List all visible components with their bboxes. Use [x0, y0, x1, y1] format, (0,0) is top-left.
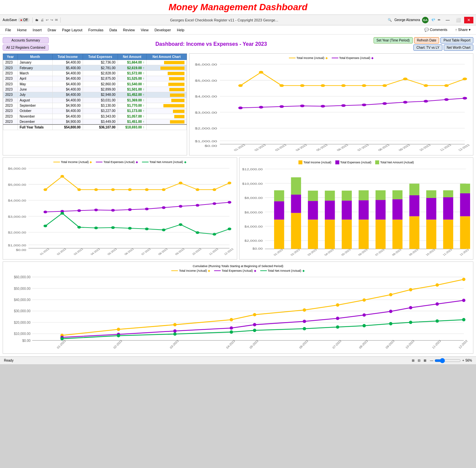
svg-text:$4,000.00: $4,000.00 — [244, 225, 262, 228]
file-title: Georges Excel Checkbook Register v11 - C… — [63, 18, 385, 22]
svg-rect-152 — [426, 220, 436, 249]
svg-point-84 — [196, 204, 199, 206]
svg-rect-155 — [443, 220, 453, 249]
menu-view[interactable]: View — [138, 27, 151, 33]
svg-point-85 — [212, 202, 216, 205]
svg-point-94 — [162, 229, 165, 231]
all-registers-button[interactable]: All 12 Registers Combined — [3, 44, 49, 51]
set-year-button[interactable]: Set Year (Time Period) — [374, 37, 413, 43]
print-icon[interactable]: 🖨 — [41, 18, 44, 22]
svg-text:$12,000.00: $12,000.00 — [242, 168, 263, 171]
close-button[interactable]: ✕ — [464, 17, 473, 23]
svg-point-214 — [230, 330, 233, 334]
svg-text:$5,000.00: $5,000.00 — [8, 183, 26, 186]
svg-point-65 — [77, 188, 81, 191]
pencil-icon[interactable]: ✏ — [438, 18, 440, 22]
svg-rect-153 — [426, 198, 436, 220]
grid-view-icon[interactable]: ⊞ — [411, 358, 415, 363]
svg-rect-141 — [358, 200, 369, 220]
zoom-level: 56% — [465, 359, 472, 362]
accounts-summary-button[interactable]: Accounts Summary — [3, 37, 49, 43]
svg-rect-129 — [291, 195, 301, 213]
svg-point-207 — [389, 310, 392, 313]
svg-point-72 — [196, 188, 199, 191]
menu-help[interactable]: Help — [174, 27, 187, 33]
chart3-svg: $12,000.00 $10,000.00 $8,000.00 $6,000.0… — [242, 166, 471, 252]
save-icon[interactable]: 🖿 — [35, 18, 39, 22]
zoom-slider[interactable] — [434, 358, 461, 363]
svg-text:10-2023: 10-2023 — [425, 248, 436, 256]
svg-text:$30,000.00: $30,000.00 — [14, 309, 31, 313]
svg-point-209 — [435, 302, 439, 306]
svg-point-25 — [238, 106, 243, 109]
window-controls[interactable]: — ⬜ ✕ — [443, 17, 473, 23]
minimize-button[interactable]: — — [443, 17, 452, 23]
menu-formulas[interactable]: Formulas — [86, 27, 106, 33]
chart3-legend: Total Income (Actual) Total Expenses (Ac… — [242, 160, 471, 164]
toolbar-sep-1 — [32, 17, 33, 23]
autosave-state: Off — [23, 18, 27, 22]
refresh-date-button[interactable]: Refresh Date — [414, 37, 439, 43]
svg-rect-140 — [358, 220, 369, 249]
svg-rect-133 — [308, 191, 318, 201]
col-expenses: Total Expenses — [83, 54, 118, 60]
net-worth-button[interactable]: Net Worth Chart — [444, 44, 473, 51]
svg-text:$2,000.00: $2,000.00 — [195, 127, 217, 130]
svg-point-70 — [162, 188, 165, 191]
menu-home[interactable]: Home — [14, 27, 29, 33]
undo-icon[interactable]: ↩ — [46, 18, 48, 22]
svg-point-198 — [462, 278, 465, 281]
zoom-plus-icon[interactable]: + — [462, 359, 464, 362]
status-ready: Ready — [4, 359, 14, 362]
autosave-toggle[interactable]: ● Off — [18, 18, 29, 22]
legend4-income: Total Income (Actual) ◆ — [171, 269, 210, 272]
share-button[interactable]: ↑ Share ▾ — [453, 27, 473, 33]
svg-point-21 — [403, 78, 408, 80]
svg-text:05-2023: 05-2023 — [315, 144, 328, 151]
chart-ty-ly-button[interactable]: Chart: TV vs LY — [413, 44, 442, 51]
svg-point-31 — [362, 103, 366, 106]
title-bar: Money Management Dashboard — [0, 0, 476, 15]
svg-text:$0.00: $0.00 — [16, 248, 26, 251]
bottom-chart-section: Cumulative (Running Totals Starting at B… — [3, 262, 473, 354]
zoom-minus-icon[interactable]: — — [430, 359, 433, 362]
svg-rect-146 — [392, 220, 403, 249]
svg-point-86 — [228, 201, 231, 204]
menu-page-layout[interactable]: Page Layout — [59, 27, 85, 33]
menu-data[interactable]: Data — [107, 27, 120, 33]
svg-point-220 — [409, 321, 412, 324]
legend3-net-label: Total Net Amount (Actual) — [380, 161, 414, 164]
page-break-icon[interactable]: ⊠ — [423, 358, 427, 363]
menu-review[interactable]: Review — [120, 27, 137, 33]
maximize-button[interactable]: ⬜ — [454, 17, 463, 23]
legend3-net: Total Net Amount (Actual) — [375, 160, 414, 164]
svg-point-82 — [162, 206, 165, 209]
menu-file[interactable]: File — [3, 27, 14, 33]
dash-right-row-1: Set Year (Time Period) Refresh Date Pivo… — [374, 37, 473, 43]
table-row: 2023 — [3, 60, 18, 65]
menu-developer[interactable]: Developer — [152, 27, 174, 33]
svg-text:$6,000.00: $6,000.00 — [244, 210, 262, 214]
redo-icon[interactable]: ↪ — [50, 18, 53, 22]
col-year: Year — [3, 54, 18, 60]
svg-rect-154 — [426, 190, 436, 198]
search-icon[interactable]: 🔍 — [388, 18, 392, 22]
svg-text:08-2023: 08-2023 — [391, 248, 402, 256]
menu-draw[interactable]: Draw — [45, 27, 59, 33]
svg-rect-150 — [409, 195, 419, 216]
page-view-icon[interactable]: ⊟ — [417, 358, 421, 363]
expenses-line-indicator — [332, 58, 338, 58]
svg-text:$0.00: $0.00 — [252, 247, 263, 250]
zoom-bar: — + 56% — [430, 358, 472, 363]
svg-point-202 — [230, 326, 233, 330]
table-row: 2023 — [3, 76, 18, 81]
comments-button[interactable]: 💬 Comments — [422, 27, 450, 33]
svg-text:$4,000.00: $4,000.00 — [195, 95, 217, 98]
svg-text:09-2023: 09-2023 — [408, 248, 419, 256]
svg-text:04-2023: 04-2023 — [295, 144, 308, 151]
email-icon[interactable]: ✉ — [55, 18, 58, 22]
menu-insert[interactable]: Insert — [30, 27, 44, 33]
svg-text:02-2023: 02-2023 — [113, 339, 123, 349]
svg-text:$10,000.00: $10,000.00 — [14, 332, 31, 336]
pivot-table-button[interactable]: Pivot Table Report — [440, 37, 473, 43]
